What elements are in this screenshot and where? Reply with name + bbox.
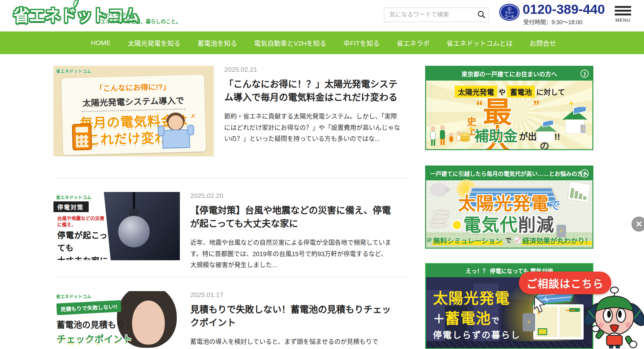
bulb-cord xyxy=(133,192,135,210)
banner-header-text: 一戸建てに引越したら毎月の電気代が高い……とお悩みの方へ xyxy=(430,169,589,177)
text-de: で xyxy=(491,316,499,325)
close-quote: ” xyxy=(533,99,540,113)
search-input[interactable] xyxy=(384,11,474,18)
close-button[interactable]: ✕ xyxy=(631,217,644,232)
keyword-solar: 太陽光発電 xyxy=(455,86,497,98)
article-thumbnail[interactable]: 省エネドットコム 「こんなにお得に!?」 太陽光発電システム導入で 毎月の電気料… xyxy=(53,66,214,156)
freecall-phone-icon: ✆ xyxy=(507,6,512,12)
graph-icon: 📈 xyxy=(514,237,521,244)
calculator-illustration xyxy=(72,124,92,151)
article-date: 2025.01.17 xyxy=(190,291,392,299)
battery-icon: ⚡ xyxy=(523,313,535,331)
main-nav: HOME 太陽光発電を知る 蓄電池を知る 電気自動車とV2Hを知る 卒FITを知… xyxy=(0,31,644,54)
thumbnail-text-panel: 省エネドットコム 停電対策 台風や地震などの災害に備え、 停電が起こっても 大丈… xyxy=(53,192,111,260)
tagline-line2: エネルギーのこと、暮らしのこと。 xyxy=(101,18,181,25)
article-date: 2025.02.21 xyxy=(224,66,401,73)
nav-item-contact[interactable]: お問合せ xyxy=(521,38,564,48)
search-box xyxy=(384,8,489,22)
hamburger-menu-button[interactable]: MENU xyxy=(615,5,631,23)
sparkle-icon: ✦ xyxy=(468,124,475,134)
thumb-subheading: 太陽光発電システム導入で xyxy=(81,94,185,112)
banner-header-text: 東京都の一戸建てにお住まいの方へ xyxy=(461,70,557,78)
page: 省エネドットコム もっとわかる。 エネルギーのこと、暮らしのこと。 ✆ フリー … xyxy=(0,0,644,349)
tv-icon xyxy=(538,328,547,335)
article-divider xyxy=(53,178,409,178)
svg-text:⚡: ⚡ xyxy=(582,127,584,131)
family-illustration xyxy=(428,123,466,148)
article-title-link[interactable]: 「こんなにお得に！？」太陽光発電システム導入で毎月の電気料金はこれだけ変わる xyxy=(224,78,401,104)
tagline-line1: もっとわかる。 xyxy=(101,11,181,18)
text-battery: 蓄電池 xyxy=(445,310,491,327)
article-excerpt: 節約・省エネに貢献する太陽光発電システム。しかし、「実際にはどれだけ家計にお得な… xyxy=(224,111,401,145)
thumb-heading: 「こんなにお得に!?」 xyxy=(61,80,204,94)
article-divider xyxy=(53,277,409,277)
banner-body: 太陽光発電で 電気代削減⚡ xyxy=(426,180,592,232)
thumb-tag: 停電対策 xyxy=(53,201,89,212)
banner-body: 太陽光発電や蓄電池に対して 史上 “ 最大 ” の 補助金 が出ます!! ⚡ xyxy=(426,81,592,150)
chevron-right-circle-icon: ❯ xyxy=(580,70,589,78)
connector: や xyxy=(498,88,506,96)
search-icon xyxy=(477,10,486,20)
text-subsidy: 補助金 xyxy=(474,128,518,144)
chevron-right-circle-icon: ❯ xyxy=(580,169,589,177)
reception-hours: 受付時間：9:30〜18:00 xyxy=(523,18,582,26)
close-icon: ✕ xyxy=(636,219,642,229)
nav-item-lab[interactable]: 省エネラボ xyxy=(388,38,438,48)
freecall-text-line2: コール xyxy=(505,15,514,18)
laptop-icon: 🖳 xyxy=(426,237,432,243)
text-denkidai: 電気代 xyxy=(464,215,518,235)
thumb-subheading: 台風や地震などの災害に備え、 xyxy=(57,215,108,228)
person-illustration: ⚡ xyxy=(157,114,195,149)
house-solar-icon xyxy=(533,121,558,144)
article-title-link[interactable]: 見積もりで失敗しない！蓄電池の見積もりチェックポイント xyxy=(190,303,392,329)
text-de: で xyxy=(549,199,560,212)
sidebar-banner-simulation[interactable]: 一戸建てに引越したら毎月の電気代が高い……とお悩みの方へ ❯ 太陽光発電で 電気… xyxy=(425,166,593,249)
mascot-character xyxy=(584,286,644,349)
phone-number: 0120-389-440 xyxy=(523,2,605,17)
thumb-big-line1: 停電が起こっても xyxy=(57,229,111,255)
thumbnail-brand-logo: 省エネドットコム xyxy=(56,68,91,74)
thumb-ribbon: 見積もりで失敗しない!! xyxy=(56,300,121,315)
article-title-link[interactable]: 【停電対策】台風や地震などの災害に備え、停電が起こっても大丈夫な家に xyxy=(190,204,392,230)
text-solar: 太陽光発電 xyxy=(433,286,510,308)
article-excerpt: 近年、地震や台風などの自然災害による停電が全国各地で頻発しています。特に首都圏で… xyxy=(190,237,392,271)
text-sakugen: 削減 xyxy=(518,215,555,235)
thumbnail-illustration: 「こんなにお得に!?」 太陽光発電システム導入で 毎月の電気料金は これだけ変わ… xyxy=(61,75,206,155)
freecall-badge: ✆ フリー コール xyxy=(499,4,519,21)
connector2: に対して xyxy=(536,88,565,96)
thumb-big-line2: 大丈夫な家に xyxy=(57,255,111,260)
battery-icon: ⚡ xyxy=(557,225,566,237)
banner-bottom-strip xyxy=(426,341,592,348)
article-thumbnail[interactable]: 省エネドットコム 停電対策 台風や地震などの災害に備え、 停電が起こっても 大丈… xyxy=(53,192,180,260)
nav-item-battery[interactable]: 蓄電池を知る xyxy=(189,38,246,48)
thumbnail-brand-logo: 省エネドットコム xyxy=(56,293,91,299)
text-blackout-free: 停電しらずの暮らし xyxy=(433,328,520,341)
thumb-big-line2: チェックポイント xyxy=(57,331,132,345)
nav-item-home[interactable]: HOME xyxy=(82,39,119,47)
open-quote: “ xyxy=(476,99,483,113)
article-thumbnail[interactable]: 省エネドットコム 見積もりで失敗しない!! 蓄電池の見積もり チェックポイント xyxy=(53,291,180,349)
plus-sign: ＋ xyxy=(433,312,445,325)
leaf-icon xyxy=(69,0,80,9)
nav-item-solar[interactable]: 太陽光発電を知る xyxy=(119,38,189,48)
cursor-icon xyxy=(532,295,550,315)
article-excerpt: 蓄電池の導入を検討していると、まず頭を悩ませるのが見積もりで xyxy=(190,336,392,348)
site-tagline: もっとわかる。 エネルギーのこと、暮らしのこと。 xyxy=(101,11,181,25)
house-solar-icon: ⚡ xyxy=(560,107,590,137)
nav-item-sotsu-fit[interactable]: 卒FITを知る xyxy=(335,38,388,48)
sparkle-icon: ✦ xyxy=(568,99,575,109)
site-header: 省エネドットコム もっとわかる。 エネルギーのこと、暮らしのこと。 ✆ フリー … xyxy=(0,0,644,31)
article-date: 2025.02.20 xyxy=(190,192,392,200)
nav-item-about[interactable]: 省エネドットコムとは xyxy=(438,38,521,48)
hamburger-menu-icon xyxy=(615,6,631,15)
nav-item-ev-v2h[interactable]: 電気自動車とV2Hを知る xyxy=(246,38,335,48)
search-button[interactable] xyxy=(474,8,489,22)
thumb-big-line1: 蓄電池の見積もり xyxy=(57,318,125,330)
keyword-battery: 蓄電池 xyxy=(507,86,535,98)
bulb-icon xyxy=(453,221,461,229)
menu-label: MENU xyxy=(615,17,631,23)
thumbnail-brand-logo: 省エネドットコム xyxy=(56,194,91,200)
lightbulb-illustration xyxy=(118,216,150,247)
sidebar-banner-tokyo-subsidy[interactable]: 東京都の一戸建てにお住まいの方へ ❯ 太陽光発電や蓄電池に対して 史上 “ 最大… xyxy=(425,66,593,150)
